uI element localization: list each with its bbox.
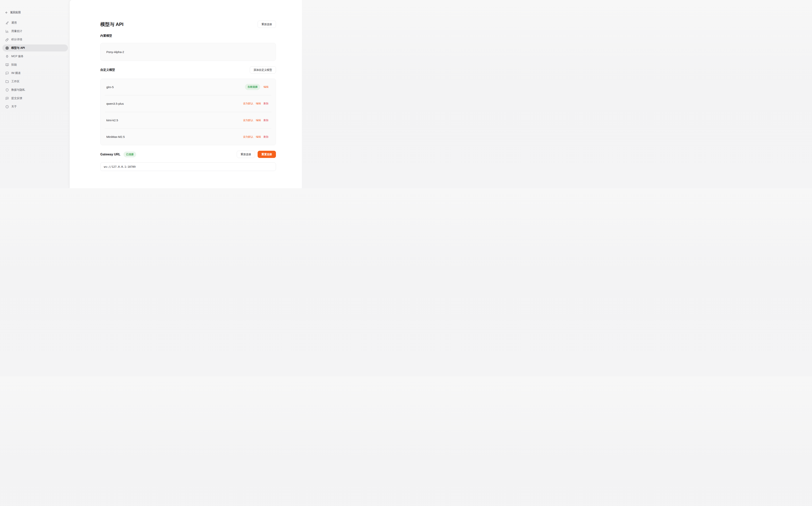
model-row-kimi-k2-5: kimi-k2.5 设为默认 编辑 删除: [100, 112, 276, 129]
custom-models-header-row: 自定义模型 添加自定义模型: [100, 66, 276, 74]
model-row-actions: 设为默认 编辑 删除: [243, 118, 269, 122]
builtin-models-card: Pony-Alpha-2: [100, 43, 276, 61]
custom-model-name: glm-5: [106, 85, 114, 89]
back-to-app-link[interactable]: 返回应用: [5, 10, 70, 15]
sidebar-item-label: 用量统计: [11, 29, 22, 33]
custom-models-card: glm-5 当前选择 编辑 qwen3.5-plus 设为默认 编辑 删除: [100, 79, 276, 145]
edit-link[interactable]: 编辑: [256, 118, 261, 122]
sidebar-item-im-channels[interactable]: IM 频道: [2, 70, 68, 77]
set-default-link[interactable]: 设为默认: [243, 118, 253, 122]
builtin-model-name: Pony-Alpha-2: [106, 50, 124, 54]
reset-connection-button[interactable]: 重置连接: [257, 151, 276, 158]
sidebar-item-label: 技能: [11, 63, 17, 67]
model-row-glm-5: glm-5 当前选择 编辑: [100, 79, 276, 95]
set-default-link[interactable]: 设为默认: [243, 135, 253, 139]
gateway-header-row: Gateway URL 已连接 重新连接 重置连接: [100, 151, 276, 158]
model-row-actions: 设为默认 编辑 删除: [243, 135, 269, 139]
sidebar-item-credits[interactable]: 积分详情: [2, 36, 68, 43]
sidebar-item-skills[interactable]: 技能: [2, 61, 68, 68]
bar-chart-icon: [5, 30, 9, 33]
book-open-icon: [5, 63, 9, 67]
sidebar-item-label: 通用: [11, 21, 17, 24]
current-selection-badge: 当前选择: [245, 84, 260, 90]
gateway-url-input[interactable]: [100, 162, 276, 171]
coins-icon: [5, 38, 9, 41]
model-row-qwen3-5-plus: qwen3.5-plus 设为默认 编辑 删除: [100, 95, 276, 112]
model-row-minimax-m2-5: MiniMax-M2.5 设为默认 编辑 删除: [100, 129, 276, 145]
main-panel: 模型与 API 重新连接 内置模型 Pony-Alpha-2 自定义模型 添加自…: [70, 0, 302, 188]
sidebar-item-label: 积分详情: [11, 38, 22, 41]
message-square-plus-icon: [5, 97, 9, 100]
model-row-actions: 当前选择 编辑: [245, 84, 269, 90]
edit-link[interactable]: 编辑: [264, 85, 269, 89]
edit-link[interactable]: 编辑: [256, 135, 261, 139]
builtin-models-heading: 内置模型: [100, 34, 276, 37]
sidebar-item-label: MCP 服务: [11, 55, 24, 58]
sidebar-item-models-api[interactable]: 模型与 API: [2, 45, 68, 52]
gateway-url-label: Gateway URL: [100, 153, 121, 156]
sidebar-item-label: 提交反馈: [11, 96, 22, 100]
shield-icon: [5, 88, 9, 92]
sidebar-item-general[interactable]: 通用: [2, 19, 68, 26]
sidebar-item-mcp-services[interactable]: MCP 服务: [2, 53, 68, 60]
add-custom-model-button[interactable]: 添加自定义模型: [250, 66, 276, 74]
custom-model-name: kimi-k2.5: [106, 118, 118, 122]
sidebar-item-label: 数据与隐私: [11, 88, 25, 92]
sidebar-item-data-privacy[interactable]: 数据与隐私: [2, 86, 68, 93]
sidebar-item-label: 工作区: [11, 80, 19, 83]
back-to-app-label: 返回应用: [10, 11, 21, 14]
reconnect-button-gateway[interactable]: 重新连接: [237, 151, 255, 158]
plug-icon: [5, 55, 9, 58]
edit-link[interactable]: 编辑: [256, 102, 261, 105]
sidebar-nav: 通用 用量统计 积分详情 模型与 API: [2, 19, 68, 110]
delete-link[interactable]: 删除: [264, 135, 269, 139]
gateway-label-group: Gateway URL 已连接: [100, 152, 136, 157]
arrow-left-icon: [5, 11, 8, 14]
sidebar-item-feedback[interactable]: 提交反馈: [2, 95, 68, 102]
delete-link[interactable]: 删除: [264, 118, 269, 122]
page-title: 模型与 API: [100, 21, 124, 27]
gateway-buttons: 重新连接 重置连接: [237, 151, 276, 158]
custom-models-heading: 自定义模型: [100, 68, 115, 72]
reconnect-button-top[interactable]: 重新连接: [257, 21, 276, 28]
custom-model-name: qwen3.5-plus: [106, 102, 124, 105]
sidebar-item-about[interactable]: 关于: [2, 103, 68, 110]
message-square-icon: [5, 72, 9, 75]
sidebar-item-label: 模型与 API: [11, 46, 25, 50]
sidebar-item-label: IM 频道: [11, 71, 20, 75]
model-row-actions: 设为默认 编辑 删除: [243, 102, 269, 105]
sidebar: 返回应用 通用 用量统计 积分详情: [0, 0, 70, 188]
info-circle-icon: [5, 105, 9, 108]
delete-link[interactable]: 删除: [264, 102, 269, 105]
cpu-chip-icon: [5, 47, 9, 50]
settings-window: 返回应用 通用 用量统计 积分详情: [0, 0, 302, 188]
sidebar-item-label: 关于: [11, 105, 17, 108]
set-default-link[interactable]: 设为默认: [243, 102, 253, 105]
pencil-icon: [5, 21, 9, 24]
sidebar-item-usage-stats[interactable]: 用量统计: [2, 28, 68, 35]
sidebar-item-workspace[interactable]: 工作区: [2, 78, 68, 85]
page-header: 模型与 API 重新连接: [100, 21, 276, 28]
models-api-content: 模型与 API 重新连接 内置模型 Pony-Alpha-2 自定义模型 添加自…: [100, 0, 276, 171]
connected-status-badge: 已连接: [124, 152, 136, 157]
custom-model-name: MiniMax-M2.5: [106, 135, 125, 139]
folder-icon: [5, 80, 9, 83]
